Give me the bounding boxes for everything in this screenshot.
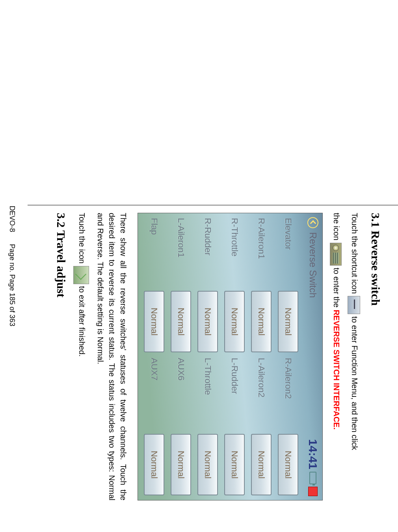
text: Touch the shortcut icon bbox=[350, 213, 359, 296]
footer-page: Page no. Page 185 of 363 bbox=[8, 244, 16, 326]
close-icon[interactable] bbox=[308, 487, 318, 496]
paragraph-exit: Touch the icon to exit after finished. bbox=[73, 213, 89, 500]
paragraph-desc: There show all the reverse switches' sta… bbox=[95, 213, 129, 500]
icon-dot bbox=[333, 245, 339, 251]
page-footer: DEVO-8 Page no. Page 185 of 363 bbox=[8, 0, 16, 532]
reverse-toggle[interactable]: Normal bbox=[171, 434, 191, 495]
channel-grid: ElevatorNormalR-Aileron2NormalR-Aileron1… bbox=[143, 218, 299, 495]
channel-label: Elevator bbox=[283, 218, 293, 285]
text: to enter Function Menu, and then click bbox=[350, 316, 359, 450]
channel-label: L-Aileron2 bbox=[256, 358, 266, 428]
channel-label: AUX7 bbox=[149, 358, 159, 428]
channel-label: Flap bbox=[149, 218, 159, 285]
clock-text: 14:41 bbox=[306, 439, 320, 469]
footer-model: DEVO-8 bbox=[8, 206, 16, 232]
exit-icon bbox=[73, 266, 89, 284]
reverse-toggle[interactable]: Normal bbox=[144, 291, 164, 352]
channel-label: L-Aileron1 bbox=[176, 218, 186, 285]
heading-3-2: 3.2 Travel adjust bbox=[54, 213, 68, 500]
paragraph-intro-2: the icon to enter the REVERSE SWITCH INT… bbox=[330, 213, 342, 500]
channel-label: R-Rudder bbox=[203, 218, 213, 285]
reverse-toggle[interactable]: Normal bbox=[278, 434, 298, 495]
channel-label: R-Aileron2 bbox=[283, 358, 293, 428]
reverse-toggle[interactable]: Normal bbox=[197, 434, 218, 495]
clock-area: 14:41 bbox=[306, 439, 320, 496]
icon-bars bbox=[333, 253, 339, 264]
channel-label: L-Rudder bbox=[229, 358, 240, 428]
function-menu-icon bbox=[330, 243, 342, 266]
text: the icon bbox=[332, 213, 341, 243]
emphasis-red: REVERSE SWITCH INTERFACE. bbox=[332, 310, 341, 430]
content-column: 3.1 Reverse switch Touch the shortcut ic… bbox=[46, 213, 382, 500]
channel-label: AUX6 bbox=[176, 358, 186, 428]
reverse-toggle[interactable]: Normal bbox=[144, 434, 164, 495]
screen-title: Reverse Switch bbox=[307, 232, 318, 298]
paragraph-intro-1: Touch the shortcut icon to enter Functio… bbox=[348, 213, 360, 500]
channel-label: R-Throttle bbox=[229, 218, 240, 285]
reverse-toggle[interactable]: Normal bbox=[278, 291, 298, 352]
screenshot-titlebar: Reverse Switch 14:41 bbox=[303, 213, 322, 500]
battery-icon bbox=[309, 472, 316, 484]
reverse-toggle[interactable]: Normal bbox=[224, 291, 245, 352]
channel-label: L-Throttle bbox=[203, 358, 213, 428]
reverse-toggle[interactable]: Normal bbox=[171, 291, 191, 352]
document-page: 3.1 Reverse switch Touch the shortcut ic… bbox=[0, 0, 398, 532]
text: to enter the bbox=[332, 268, 341, 310]
reverse-toggle[interactable]: Normal bbox=[224, 434, 245, 495]
reverse-toggle[interactable]: Normal bbox=[251, 291, 272, 352]
device-screenshot: Reverse Switch 14:41 ElevatorNormalR-Ail… bbox=[138, 213, 323, 500]
back-icon[interactable] bbox=[307, 217, 318, 228]
heading-3-1: 3.1 Reverse switch bbox=[369, 213, 382, 500]
text: to exit after finished. bbox=[78, 286, 86, 357]
vertical-divider bbox=[28, 205, 398, 205]
shortcut-icon bbox=[348, 296, 360, 314]
reverse-toggle[interactable]: Normal bbox=[251, 434, 272, 495]
text: Touch the icon bbox=[78, 213, 86, 266]
reverse-toggle[interactable]: Normal bbox=[197, 291, 218, 352]
channel-label: R-Aileron1 bbox=[256, 218, 266, 285]
